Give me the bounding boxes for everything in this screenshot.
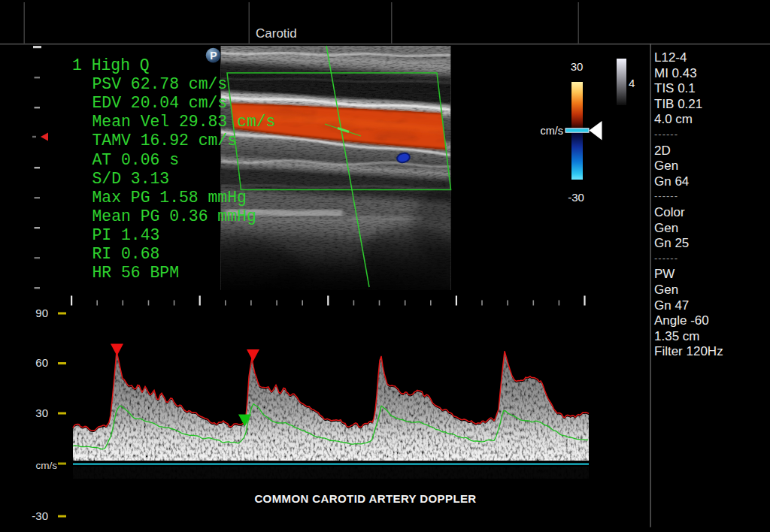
svg-text:Filter 120Hz: Filter 120Hz <box>654 344 723 358</box>
svg-text:1.35 cm: 1.35 cm <box>654 329 699 343</box>
svg-text:Gen: Gen <box>654 221 678 235</box>
svg-text:PSV 62.78 cm/s: PSV 62.78 cm/s <box>92 75 228 93</box>
svg-text:PI 1.43: PI 1.43 <box>92 226 160 244</box>
svg-text:30: 30 <box>571 60 584 73</box>
svg-text:HR 56 BPM: HR 56 BPM <box>92 264 180 282</box>
svg-text:Gn 25: Gn 25 <box>654 236 689 250</box>
svg-text:60: 60 <box>35 356 48 369</box>
svg-text:------: ------ <box>654 128 678 140</box>
svg-text:-30: -30 <box>568 191 584 204</box>
svg-text:Gn 64: Gn 64 <box>654 174 689 189</box>
svg-text:AT 0.06 s: AT 0.06 s <box>92 151 180 169</box>
svg-text:TIB 0.21: TIB 0.21 <box>654 97 702 111</box>
svg-text:EDV 20.04 cm/s: EDV 20.04 cm/s <box>92 94 228 112</box>
svg-text:RI 0.68: RI 0.68 <box>92 245 160 263</box>
svg-text:Color: Color <box>654 205 685 219</box>
svg-text:Carotid: Carotid <box>256 26 297 41</box>
svg-text:2D: 2D <box>654 144 671 158</box>
svg-text:Angle -60: Angle -60 <box>654 313 709 328</box>
svg-text:-30: -30 <box>32 509 48 522</box>
svg-text:30: 30 <box>35 407 48 419</box>
svg-text:MI 0.43: MI 0.43 <box>654 66 697 80</box>
svg-text:Gn 47: Gn 47 <box>654 298 689 313</box>
svg-text:TAMV 16.92 cm/s: TAMV 16.92 cm/s <box>92 131 238 150</box>
svg-text:S/D 3.13: S/D 3.13 <box>92 170 170 188</box>
svg-text:4.0 cm: 4.0 cm <box>654 112 693 126</box>
svg-text:P: P <box>210 50 217 62</box>
svg-text:90: 90 <box>35 307 48 319</box>
svg-text:PW: PW <box>654 267 675 281</box>
svg-text:TIS 0.1: TIS 0.1 <box>654 81 696 95</box>
svg-text:Mean Vel 29.83 cm/s: Mean Vel 29.83 cm/s <box>92 113 276 131</box>
svg-text:Gen: Gen <box>654 159 678 173</box>
svg-text:cm/s: cm/s <box>36 460 58 471</box>
svg-text:1 High Q: 1 High Q <box>72 56 150 74</box>
svg-text:Gen: Gen <box>654 283 678 297</box>
svg-text:Max PG 1.58 mmHg: Max PG 1.58 mmHg <box>92 189 247 207</box>
svg-text:cm/s: cm/s <box>540 125 563 137</box>
svg-text:L12-4: L12-4 <box>654 50 687 65</box>
svg-text:Mean PG 0.36 mmHg: Mean PG 0.36 mmHg <box>92 207 256 225</box>
svg-text:------: ------ <box>654 190 678 201</box>
svg-text:COMMON CAROTID ARTERY DOPPLER: COMMON CAROTID ARTERY DOPPLER <box>254 492 476 505</box>
svg-text:------: ------ <box>654 252 678 264</box>
svg-text:4: 4 <box>629 77 635 89</box>
